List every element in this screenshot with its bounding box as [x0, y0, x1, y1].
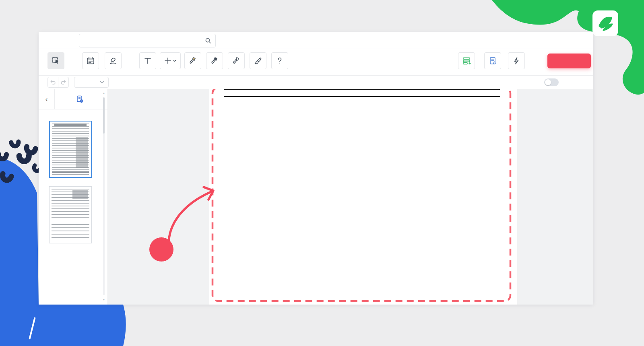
help-question-icon: [275, 56, 284, 65]
text-icon: [143, 56, 152, 65]
calendar-icon: [86, 56, 95, 65]
chevron-down-icon: [100, 81, 104, 84]
search-box[interactable]: [79, 34, 216, 47]
undo-button[interactable]: [47, 77, 58, 88]
lightning-icon: [512, 56, 521, 65]
blackout-brush-icon: [210, 56, 219, 65]
highlight-button[interactable]: [182, 52, 204, 71]
highlight-dashed-border: [211, 89, 512, 303]
sub-toolbar: [39, 76, 593, 89]
collapse-sidebar-button[interactable]: ‹: [39, 89, 55, 109]
page-settings-button[interactable]: [55, 89, 108, 109]
insert-plus-icon: [163, 56, 177, 65]
search-input[interactable]: [84, 34, 205, 47]
whiteout-button[interactable]: [225, 52, 247, 71]
signature-pen-icon: [109, 56, 118, 65]
watermark-icon: [488, 56, 497, 65]
app-screenshot: ‹: [0, 0, 644, 346]
draw-paintbrush-icon: [254, 56, 262, 65]
watermark-button[interactable]: [482, 52, 504, 71]
add-date-button[interactable]: [80, 52, 101, 71]
whiteout-brush-icon: [232, 56, 241, 65]
pages-sidebar: ‹: [39, 89, 108, 305]
select-cursor-icon: [52, 56, 60, 65]
pdfliner-logo-tile: [592, 10, 618, 36]
app-window: ‹: [39, 32, 593, 305]
add-fields-icon: [462, 56, 471, 65]
redo-button[interactable]: [58, 77, 69, 88]
scrollbar-thumb[interactable]: [103, 97, 105, 134]
toggle-knob: [545, 79, 551, 85]
page-thumbnail-1[interactable]: [49, 121, 92, 178]
document-canvas: [108, 89, 593, 305]
done-button[interactable]: [547, 54, 591, 68]
add-fields-button[interactable]: [456, 52, 477, 71]
search-icon[interactable]: [205, 37, 211, 44]
select-tool-button[interactable]: [45, 52, 67, 71]
toolbar: [39, 49, 593, 76]
add-text-button[interactable]: [137, 52, 159, 71]
sidebar-scrollbar[interactable]: ▲ ▼: [102, 92, 106, 301]
quick-fill-button[interactable]: [506, 52, 527, 71]
step-badge: [149, 237, 173, 262]
page-thumbnail-2[interactable]: [49, 186, 92, 243]
page-2-preview: [52, 189, 89, 220]
app-header: [39, 32, 593, 49]
insert-button[interactable]: [159, 52, 181, 71]
white-slash-decoration: [29, 317, 35, 339]
page-1-preview: [52, 124, 89, 175]
add-sign-button[interactable]: [102, 52, 124, 71]
blackout-button[interactable]: [204, 52, 225, 71]
scroll-up-icon[interactable]: ▲: [102, 92, 106, 95]
scroll-down-icon[interactable]: ▼: [102, 298, 106, 301]
draw-button[interactable]: [247, 52, 269, 71]
pdfliner-mark-icon: [596, 14, 615, 33]
page-settings-icon: [76, 95, 84, 103]
highlight-brush-icon: [188, 56, 197, 65]
show-grid-toggle[interactable]: [544, 78, 559, 86]
help-button[interactable]: [269, 52, 291, 71]
zoom-level-select[interactable]: [74, 77, 109, 88]
